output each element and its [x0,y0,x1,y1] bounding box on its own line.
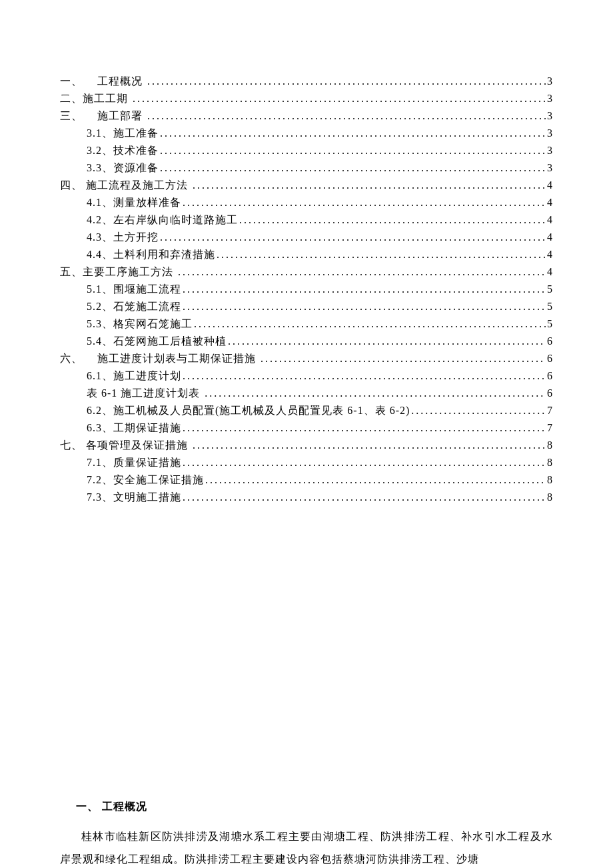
toc-label: 一、 工程概况 [60,73,146,89]
toc-page-number: 4 [547,212,553,228]
toc-page-number: 7 [547,420,553,436]
toc-label: 7.3、文明施工措施 [87,489,181,505]
toc-leader [183,195,546,211]
toc-entry[interactable]: 5.1、围堰施工流程 5 [60,281,553,297]
toc-entry[interactable]: 二、施工工期 3 [60,91,553,107]
toc-label: 6.1、施工进度计划 [87,368,181,384]
toc-leader [239,212,546,228]
toc-leader [183,368,546,384]
toc-label: 六、 施工进度计划表与工期保证措施 [60,351,259,367]
toc-entry[interactable]: 6.2、施工机械及人员配置(施工机械及人员配置见表 6-1、表 6-2) 7 [60,403,553,419]
toc-entry[interactable]: 7.1、质量保证措施 8 [60,455,553,471]
toc-label: 4.1、测量放样准备 [87,195,181,211]
toc-label: 三、 施工部署 [60,108,146,124]
toc-entry[interactable]: 4.3、土方开挖 4 [60,229,553,245]
toc-label: 七、 各项管理及保证措施 [60,437,191,453]
toc-entry[interactable]: 七、 各项管理及保证措施 8 [60,437,553,453]
toc-page-number: 4 [547,229,553,245]
toc-page-number: 3 [547,91,553,107]
toc-label: 5.1、围堰施工流程 [87,281,181,297]
toc-entry[interactable]: 4.1、测量放样准备 4 [60,195,553,211]
toc-page-number: 6 [547,333,553,349]
toc-entry[interactable]: 三、 施工部署 3 [60,108,553,124]
toc-leader [217,247,546,263]
toc-leader [183,489,546,505]
toc-page-number: 4 [547,247,553,263]
toc-entry[interactable]: 7.3、文明施工措施 8 [60,489,553,505]
table-of-contents: 一、 工程概况 3 二、施工工期 3 三、 施工部署 3 3.1、施工准备 3 … [60,73,553,505]
toc-page-number: 5 [547,316,553,332]
toc-page-number: 8 [547,489,553,505]
toc-leader [183,455,546,471]
toc-entry[interactable]: 3.2、技术准备 3 [60,143,553,159]
toc-entry[interactable]: 一、 工程概况 3 [60,73,553,89]
toc-page-number: 4 [547,177,553,193]
toc-page-number: 7 [547,403,553,419]
toc-label: 3.2、技术准备 [87,143,159,159]
toc-leader [178,264,546,280]
section-heading: 一、 工程概况 [76,799,553,815]
toc-label: 6.3、工期保证措施 [87,420,181,436]
toc-page-number: 3 [547,143,553,159]
toc-entry[interactable]: 3.1、施工准备 3 [60,125,553,141]
toc-label: 3.1、施工准备 [87,125,159,141]
toc-entry[interactable]: 4.2、左右岸纵向临时道路施工 4 [60,212,553,228]
toc-label: 4.4、土料利用和弃渣措施 [87,247,215,263]
toc-label: 表 6-1 施工进度计划表 [87,385,203,401]
toc-leader [205,472,546,488]
toc-leader [193,437,546,453]
toc-page-number: 8 [547,472,553,488]
toc-leader [411,403,546,419]
toc-page-number: 8 [547,437,553,453]
toc-page-number: 3 [547,160,553,176]
toc-entry[interactable]: 表 6-1 施工进度计划表 6 [60,385,553,401]
toc-page-number: 6 [547,385,553,401]
toc-leader [160,125,546,141]
document-page: 一、 工程概况 3 二、施工工期 3 三、 施工部署 3 3.1、施工准备 3 … [0,0,613,868]
toc-entry[interactable]: 四、 施工流程及施工方法 4 [60,177,553,193]
toc-leader [160,143,546,159]
toc-leader [183,281,546,297]
toc-entry[interactable]: 5.4、石笼网施工后植被种植 6 [60,333,553,349]
toc-page-number: 3 [547,108,553,124]
toc-entry[interactable]: 五、主要工序施工方法 4 [60,264,553,280]
toc-entry[interactable]: 5.2、石笼施工流程 5 [60,299,553,315]
toc-page-number: 5 [547,299,553,315]
toc-entry[interactable]: 6.1、施工进度计划 6 [60,368,553,384]
toc-leader [194,316,546,332]
toc-page-number: 5 [547,281,553,297]
toc-label: 五、主要工序施工方法 [60,264,177,280]
toc-page-number: 8 [547,455,553,471]
toc-leader [147,73,546,89]
toc-entry[interactable]: 5.3、格宾网石笼施工 5 [60,316,553,332]
toc-label: 4.3、土方开挖 [87,229,159,245]
body-paragraph: 桂林市临桂新区防洪排涝及湖塘水系工程主要由湖塘工程、防洪排涝工程、补水引水工程及… [60,825,553,868]
toc-label: 7.1、质量保证措施 [87,455,181,471]
toc-label: 5.4、石笼网施工后植被种植 [87,333,227,349]
toc-entry[interactable]: 六、 施工进度计划表与工期保证措施 6 [60,351,553,367]
toc-label: 四、 施工流程及施工方法 [60,177,191,193]
toc-leader [160,160,546,176]
toc-label: 7.2、安全施工保证措施 [87,472,204,488]
toc-leader [261,351,546,367]
toc-label: 3.3、资源准备 [87,160,159,176]
toc-label: 二、施工工期 [60,91,131,107]
toc-label: 5.2、石笼施工流程 [87,299,181,315]
toc-entry[interactable]: 4.4、土料利用和弃渣措施 4 [60,247,553,263]
toc-leader [133,91,546,107]
toc-label: 5.3、格宾网石笼施工 [87,316,193,332]
toc-entry[interactable]: 6.3、工期保证措施 7 [60,420,553,436]
toc-entry[interactable]: 7.2、安全施工保证措施 8 [60,472,553,488]
toc-page-number: 4 [547,264,553,280]
toc-leader [205,385,546,401]
toc-page-number: 6 [547,368,553,384]
toc-page-number: 4 [547,195,553,211]
toc-leader [183,420,546,436]
toc-leader [183,299,546,315]
toc-leader [147,108,546,124]
toc-label: 6.2、施工机械及人员配置(施工机械及人员配置见表 6-1、表 6-2) [87,403,410,419]
section-1: 一、 工程概况 桂林市临桂新区防洪排涝及湖塘水系工程主要由湖塘工程、防洪排涝工程… [60,799,553,868]
toc-leader [193,177,546,193]
toc-leader [228,333,546,349]
toc-entry[interactable]: 3.3、资源准备 3 [60,160,553,176]
